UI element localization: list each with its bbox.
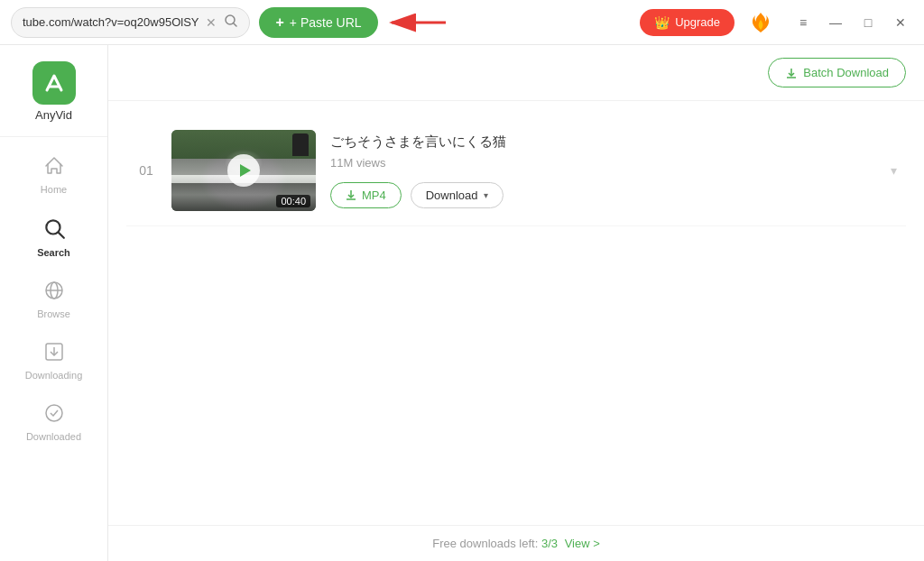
upgrade-button[interactable]: 👑 Upgrade xyxy=(640,9,735,36)
sidebar-item-label-search: Search xyxy=(37,247,70,258)
sidebar-item-downloaded[interactable]: Downloaded xyxy=(0,391,107,453)
content-footer: Free downloads left: 3/3 View > xyxy=(108,525,924,561)
footer-view-link[interactable]: View > xyxy=(565,537,600,550)
sidebar-item-browse[interactable]: Browse xyxy=(0,269,107,330)
batch-download-label: Batch Download xyxy=(803,66,889,79)
footer-count: 3/3 xyxy=(541,537,558,550)
minimize-button[interactable]: — xyxy=(823,10,848,35)
logo-area: AnyVid xyxy=(0,52,107,137)
video-actions: MP4 Download ▾ xyxy=(330,182,897,208)
close-button[interactable]: ✕ xyxy=(888,10,913,35)
video-info: ごちそうさまを言いにくる猫 11M views MP4 Dow xyxy=(330,133,897,208)
crown-icon: 👑 xyxy=(654,15,670,30)
sidebar-item-label-browse: Browse xyxy=(37,308,70,319)
url-bar[interactable]: tube.com/watch?v=oq20w95OlSY ✕ xyxy=(11,7,250,38)
download-label: Download xyxy=(426,189,478,202)
search-nav-icon xyxy=(42,216,66,244)
sidebar-item-downloading[interactable]: Downloading xyxy=(0,330,107,391)
play-triangle-icon xyxy=(240,164,251,177)
video-views: 11M views xyxy=(330,156,897,170)
window-controls: ≡ — □ ✕ xyxy=(790,10,913,35)
url-clear-icon[interactable]: ✕ xyxy=(206,15,217,30)
mp4-download-button[interactable]: MP4 xyxy=(330,182,402,208)
sidebar-item-label-downloaded: Downloaded xyxy=(26,431,81,442)
main-layout: AnyVid Home Search xyxy=(0,45,924,561)
sidebar-item-label-downloading: Downloading xyxy=(25,370,83,381)
svg-point-11 xyxy=(46,405,62,421)
browse-icon xyxy=(43,280,65,305)
content-area: Batch Download 01 00:40 xyxy=(108,45,924,561)
download-options-button[interactable]: Download ▾ xyxy=(411,182,504,208)
downloading-icon xyxy=(43,341,65,366)
keikoo-icon xyxy=(747,9,774,36)
chevron-down-icon: ▾ xyxy=(484,190,488,200)
sidebar: AnyVid Home Search xyxy=(0,45,108,561)
hamburger-menu-button[interactable]: ≡ xyxy=(790,10,816,35)
footer-text: Free downloads left: xyxy=(432,537,538,550)
paste-url-button[interactable]: + + Paste URL xyxy=(259,7,377,38)
svg-line-5 xyxy=(58,233,63,238)
downloaded-icon xyxy=(43,402,65,428)
content-header: Batch Download xyxy=(108,45,924,101)
video-duration: 00:40 xyxy=(276,195,310,207)
play-button[interactable] xyxy=(227,154,260,187)
red-arrow-indicator xyxy=(387,8,450,37)
video-list: 01 00:40 ごちそうさまを言いにくる猫 11M v xyxy=(108,101,924,525)
sidebar-item-label-home: Home xyxy=(41,184,67,195)
video-title: ごちそうさまを言いにくる猫 xyxy=(330,133,897,151)
sidebar-item-search[interactable]: Search xyxy=(0,206,107,269)
video-thumbnail[interactable]: 00:40 xyxy=(171,130,316,211)
url-text: tube.com/watch?v=oq20w95OlSY xyxy=(23,15,199,29)
expand-icon[interactable]: ▾ xyxy=(891,163,897,178)
app-name: AnyVid xyxy=(35,108,72,122)
video-number: 01 xyxy=(135,163,157,178)
search-icon[interactable] xyxy=(224,14,238,32)
app-logo xyxy=(32,61,76,105)
batch-download-button[interactable]: Batch Download xyxy=(768,58,906,87)
sidebar-item-home[interactable]: Home xyxy=(0,144,107,206)
title-bar: tube.com/watch?v=oq20w95OlSY ✕ + + Paste… xyxy=(0,0,924,45)
mp4-label: MP4 xyxy=(362,189,386,202)
svg-line-1 xyxy=(234,23,237,26)
home-icon xyxy=(43,155,65,180)
maximize-button[interactable]: □ xyxy=(855,10,881,35)
plus-icon: + xyxy=(275,14,283,31)
table-row: 01 00:40 ごちそうさまを言いにくる猫 11M v xyxy=(126,115,906,226)
